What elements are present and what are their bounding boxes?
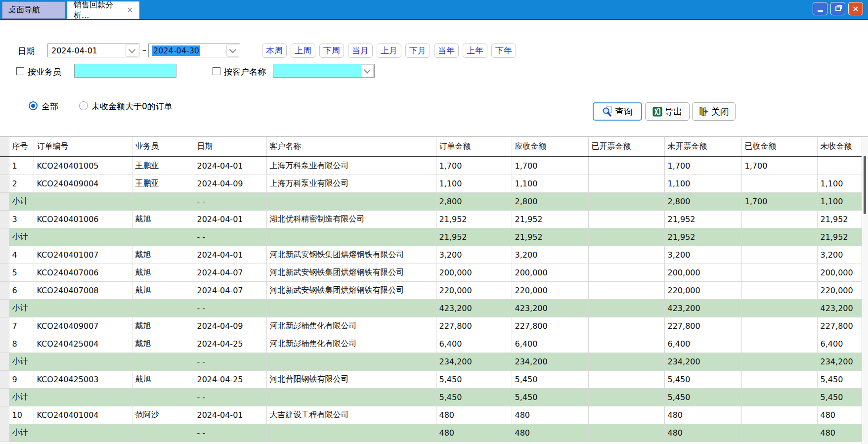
scrollbar-thumb[interactable] (864, 156, 866, 214)
quick-range-next-year[interactable]: 下年 (491, 44, 516, 58)
chevron-down-icon[interactable] (226, 44, 239, 57)
quick-range-this-week[interactable]: 本周 (262, 44, 287, 58)
table-cell (266, 299, 436, 317)
quick-range-last-year[interactable]: 上年 (463, 44, 487, 58)
chevron-down-icon[interactable] (361, 64, 374, 77)
table-cell (741, 281, 817, 299)
scope-all-radio[interactable] (29, 101, 38, 110)
table-cell: 1,100 (436, 175, 512, 192)
table-cell (741, 264, 817, 281)
table-row[interactable]: 小计 - - 480 480 480 480 (0, 424, 862, 442)
date-from-select[interactable]: 2024-04-01 (47, 44, 139, 57)
table-cell (741, 370, 817, 388)
table-cell: - - (194, 299, 266, 317)
table-cell: 2024-04-09 (194, 175, 266, 192)
by-salesperson-checkbox[interactable] (16, 67, 24, 75)
table-cell: 1,700 (436, 157, 512, 175)
table-row[interactable]: 9 KCO240425003 戴旭 2024-04-25 河北普阳钢铁有限公司 … (0, 370, 862, 388)
row-selector[interactable] (0, 335, 9, 353)
table-cell: 2024-04-01 (194, 157, 266, 175)
window-controls: × (813, 2, 863, 15)
table-cell (588, 210, 664, 228)
table-cell: 5,450 (664, 388, 741, 406)
by-customer-label: 按客户名称 (224, 66, 266, 78)
table-cell: 2,800 (664, 192, 741, 210)
row-selector[interactable] (0, 157, 9, 175)
table-cell: 227,800 (664, 317, 741, 335)
close-view-button[interactable]: 关闭 (692, 102, 736, 121)
table-row[interactable]: 小计 - - 5,450 5,450 5,450 5,450 (0, 388, 862, 406)
quick-range-last-week[interactable]: 上周 (291, 44, 315, 58)
quick-range-this-month[interactable]: 当月 (348, 44, 373, 58)
row-selector[interactable] (0, 406, 9, 424)
table-cell: 王鹏亚 (132, 175, 194, 192)
column-header-7[interactable]: 应收金额 (512, 137, 588, 157)
quick-range-next-week[interactable]: 下周 (319, 44, 344, 58)
customer-select[interactable] (273, 64, 375, 78)
table-row[interactable]: 小计 - - 234,200 234,200 234,200 234,200 (0, 353, 862, 370)
row-selector[interactable] (0, 370, 9, 388)
column-header-9[interactable]: 未开票金额 (664, 137, 741, 157)
quick-range-next-month[interactable]: 下月 (405, 44, 430, 58)
table-cell: 234,200 (664, 353, 741, 370)
table-row[interactable]: 4 KCO240401007 戴旭 2024-04-01 河北新武安钢铁集团烘熔… (0, 246, 862, 264)
table-row[interactable]: 5 KCO240407006 戴旭 2024-04-07 河北新武安钢铁集团烘熔… (0, 264, 862, 281)
quick-range-this-year[interactable]: 当年 (434, 44, 459, 58)
table-row[interactable]: 10 KCO240401004 范阿沙 2024-04-01 大吉建设工程有限公… (0, 406, 862, 424)
scope-unpaid-radio[interactable] (79, 101, 88, 110)
column-header-11[interactable]: 未收金额 (817, 137, 862, 157)
table-row[interactable]: 2 KCO240409004 王鹏亚 2024-04-09 上海万科泵业有限公司… (0, 175, 862, 192)
column-header-6[interactable]: 订单金额 (436, 137, 512, 157)
row-selector[interactable] (0, 388, 9, 406)
table-cell: 1,700 (741, 192, 817, 210)
table-cell: 2024-04-01 (194, 246, 266, 264)
table-row[interactable]: 小计 - - 423,200 423,200 423,200 423,200 (0, 299, 862, 317)
date-to-select[interactable]: 2024-04-30 (148, 44, 240, 57)
tab-sales-payment-analysis[interactable]: 销售回款分析... × (67, 1, 139, 19)
vertical-scrollbar[interactable] (862, 137, 868, 444)
row-selector[interactable] (0, 246, 9, 264)
export-button[interactable]: 导出 (645, 102, 690, 121)
table-row[interactable]: 3 KCO240401006 戴旭 2024-04-01 湖北优科精密制造有限公… (0, 210, 862, 228)
row-selector[interactable] (0, 299, 9, 317)
column-header-2[interactable]: 订单编号 (34, 137, 132, 157)
table-cell: 21,952 (512, 210, 588, 228)
table-cell: KCO240409007 (34, 317, 132, 335)
tab-desktop-navigation[interactable]: 桌面导航 (2, 1, 65, 19)
table-row[interactable]: 1 KCO240401005 王鹏亚 2024-04-01 上海万科泵业有限公司… (0, 157, 862, 175)
column-header-4[interactable]: 日期 (194, 137, 266, 157)
restore-button[interactable] (830, 2, 845, 15)
minimize-button[interactable] (813, 2, 827, 15)
column-header-3[interactable]: 业务员 (132, 137, 194, 157)
row-selector[interactable] (0, 281, 9, 299)
table-row[interactable]: 8 KCO240425004 戴旭 2024-04-25 河北新彭楠焦化有限公司… (0, 335, 862, 353)
row-selector[interactable] (0, 228, 9, 246)
by-customer-checkbox[interactable] (213, 67, 220, 75)
table-cell: KCO240401007 (34, 246, 132, 264)
chevron-down-icon[interactable] (126, 44, 138, 57)
salesperson-input[interactable] (74, 64, 176, 78)
row-selector[interactable] (0, 424, 9, 442)
table-cell: 2,800 (512, 192, 588, 210)
table-cell: 480 (512, 424, 588, 442)
table-row[interactable]: 6 KCO240407008 戴旭 2024-04-07 河北新武安钢铁集团烘熔… (0, 281, 862, 299)
quick-range-last-month[interactable]: 上月 (377, 44, 401, 58)
query-button[interactable]: 查询 (593, 102, 642, 121)
column-header-1[interactable]: 序号 (9, 137, 34, 157)
table-row[interactable]: 小计 - - 21,952 21,952 21,952 21,952 (0, 228, 862, 246)
close-button[interactable]: × (848, 2, 863, 15)
row-selector[interactable] (0, 175, 9, 192)
row-selector[interactable] (0, 353, 9, 370)
row-selector[interactable] (0, 264, 9, 281)
table-row[interactable]: 小计 - - 2,800 2,800 2,800 1,700 1,100 (0, 192, 862, 210)
column-header-5[interactable]: 客户名称 (266, 137, 436, 157)
row-selector[interactable] (0, 317, 9, 335)
table-cell: - - (194, 388, 266, 406)
row-selector[interactable] (0, 210, 9, 228)
table-cell (266, 388, 436, 406)
row-selector[interactable] (0, 192, 9, 210)
table-row[interactable]: 7 KCO240409007 戴旭 2024-04-09 河北新彭楠焦化有限公司… (0, 317, 862, 335)
column-header-8[interactable]: 已开票金额 (588, 137, 664, 157)
tab-close-icon[interactable]: × (127, 6, 133, 14)
column-header-10[interactable]: 已收金额 (741, 137, 817, 157)
